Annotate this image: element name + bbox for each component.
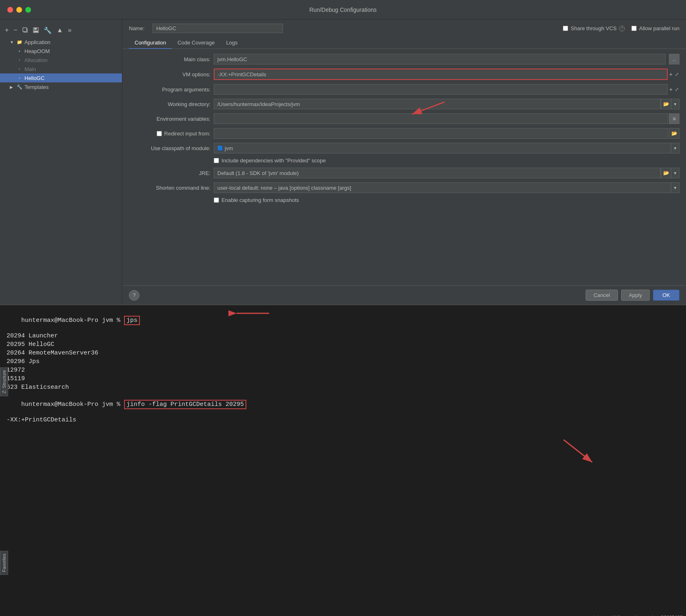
classpath-dropdown-button[interactable]: ▼ [671,143,679,153]
share-vcs-label: Share through VCS ? [563,25,625,31]
classpath-row: Use classpath of module: 🟦 jvm ▼ [129,143,679,153]
tab-code-coverage[interactable]: Code Coverage [172,37,220,49]
env-vars-edit-button[interactable]: ≡ [669,113,679,124]
name-row: Name: Share through VCS ? Allow parallel… [122,20,686,37]
tabs-bar: Configuration Code Coverage Logs [122,37,686,49]
tab-configuration[interactable]: Configuration [129,37,172,49]
capture-row: Enable capturing form snapshots [214,197,679,203]
shorten-text: user-local default: none – java [options… [217,185,351,191]
tree-item-hellogc-label: HelloGC [24,75,44,81]
more-button[interactable]: » [66,26,73,35]
terminal-line-6: 15119 [7,375,679,382]
main-class-input[interactable] [214,54,666,64]
classpath-value: 🟦 jvm [214,143,671,153]
remove-button[interactable]: − [12,26,19,35]
wrench-button[interactable]: 🔧 [42,26,53,35]
redirect-label: Redirect input from: [129,131,210,137]
tab-logs[interactable]: Logs [220,37,243,49]
arrow-jinfo [555,436,604,470]
env-vars-input-wrapper: ≡ [214,113,679,124]
favorites-tab[interactable]: Favorites [0,551,8,575]
jre-row: JRE: Default (1.8 - SDK of 'jvm' module)… [129,168,679,178]
program-args-expand-button[interactable]: ⤢ [674,87,679,92]
vm-options-add-button[interactable]: + [668,71,673,78]
help-button[interactable]: ? [129,290,139,301]
redirect-checkbox-label: Redirect input from: [129,131,210,137]
shorten-dropdown-button[interactable]: ▼ [671,182,679,193]
terminal-output-line: -XX:+PrintGCDetails [7,417,679,423]
config-form: Main class: ... VM options: + ⤢ Program … [122,49,686,285]
up-button[interactable]: ▲ [55,26,65,35]
terminal-line-1: 20294 Launcher [7,332,679,339]
traffic-lights [7,7,31,13]
expand-arrow-icon: ▼ [10,40,15,44]
svg-rect-1 [23,28,27,31]
redirect-browse-button[interactable]: 📂 [669,128,679,139]
working-dir-row: Working directory: 📂 ▼ [129,99,679,109]
main-class-browse-button[interactable]: ... [669,54,679,64]
tree-application-header[interactable]: ▼ 📁 Application [0,38,122,47]
share-vcs-checkbox[interactable] [563,26,568,31]
working-dir-browse-button[interactable]: 📂 [661,99,671,109]
run-debug-dialog: + − 🔧 ▲ » ▼ 📁 [0,20,686,305]
parallel-run-checkbox[interactable] [631,26,637,31]
include-deps-checkbox[interactable] [214,158,219,163]
tree-item-hellogc[interactable]: ▪ HelloGC [0,73,122,82]
tree-application-label: Application [24,39,51,45]
jre-dropdown-button[interactable]: ▼ [671,168,679,178]
classpath-module-text: jvm [225,145,233,151]
program-args-label: Program arguments: [129,86,210,93]
add-button[interactable]: + [3,26,10,35]
working-dir-input[interactable] [214,99,661,109]
shorten-wrapper: user-local default: none – java [options… [214,182,679,193]
jinfo-command: jinfo -flag PrintGCDetails 20295 [124,400,246,409]
main-class-row: Main class: ... [129,54,679,64]
include-deps-row: Include dependencies with "Provided" sco… [214,157,679,164]
include-deps-label: Include dependencies with "Provided" sco… [221,157,326,164]
tree-item-allocation[interactable]: ▪ Allocation [0,55,122,64]
name-label: Name: [129,25,149,31]
terminal-line-5: 12972 [7,367,679,374]
terminal: huntermax@MacBook-Pro jvm % jps 20294 La… [0,305,686,616]
terminal-line-3: 20264 RemoteMavenServer36 [7,350,679,357]
structure-tab[interactable]: Z: Structure [0,367,8,396]
tree-templates-header[interactable]: ▶ 🔧 Templates [0,82,122,91]
title-bar: Run/Debug Configurations [0,0,686,20]
tree-item-allocation-label: Allocation [24,57,47,63]
maximize-button[interactable] [25,7,31,13]
tree-item-heapoom[interactable]: ▪ HeapOOM [0,47,122,55]
program-args-input[interactable] [214,84,668,95]
apply-button[interactable]: Apply [621,290,650,301]
copy-button[interactable] [21,27,30,34]
save-button[interactable] [31,27,40,34]
redirect-checkbox[interactable] [157,131,162,136]
capture-checkbox[interactable] [214,197,219,203]
vm-options-input-wrapper: + ⤢ [214,69,679,80]
name-input[interactable] [153,24,283,33]
application-folder-icon: 📁 [16,39,23,45]
jre-browse-button[interactable]: 📂 [661,168,671,178]
redirect-text: Redirect input from: [164,131,210,137]
parallel-run-label: Allow parallel run [631,25,679,31]
jre-label: JRE: [129,170,210,176]
close-button[interactable] [7,7,13,13]
working-dir-wrapper: 📂 ▼ [214,99,679,109]
jre-text: Default (1.8 - SDK of 'jvm' module) [217,170,299,176]
minimize-button[interactable] [16,7,22,13]
share-vcs-help-icon: ? [619,26,625,31]
program-args-add-button[interactable]: + [668,86,673,93]
vm-options-expand-button[interactable]: ⤢ [674,72,679,77]
env-vars-input[interactable] [214,113,668,124]
working-dir-dropdown-button[interactable]: ▼ [671,99,679,109]
vm-options-input[interactable] [214,69,668,80]
ok-button[interactable]: OK [653,290,679,301]
tree-item-main[interactable]: ▪ Main [0,64,122,73]
templates-wrench-icon: 🔧 [16,84,23,90]
cancel-button[interactable]: Cancel [586,290,617,301]
redirect-input[interactable] [214,128,668,139]
terminal-prompt1-text: huntermax@MacBook-Pro jvm % [21,317,124,324]
main-icon: ▪ [16,66,23,72]
terminal-line-7: 623 Elasticsearch [7,384,679,391]
jre-wrapper: Default (1.8 - SDK of 'jvm' module) 📂 ▼ [214,168,679,178]
left-panel: + − 🔧 ▲ » ▼ 📁 [0,20,122,305]
